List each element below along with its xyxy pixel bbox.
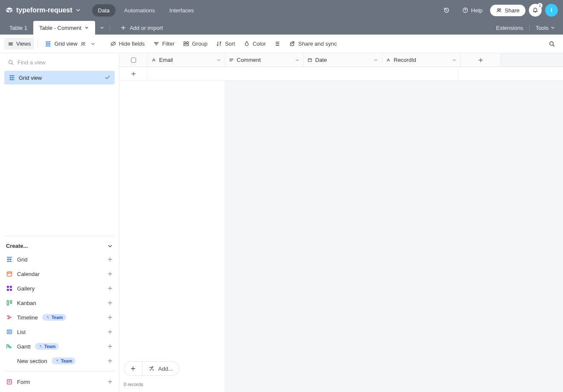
- create-item-label: Calendar: [17, 271, 40, 277]
- base-switcher[interactable]: typeform-request: [5, 6, 81, 15]
- sort-button[interactable]: Sort: [212, 38, 238, 49]
- nav-tab-interfaces[interactable]: Interfaces: [163, 4, 200, 17]
- create-kanban[interactable]: Kanban: [4, 297, 115, 309]
- text-a-icon: [151, 57, 157, 63]
- create-item-label: Timeline: [17, 314, 38, 321]
- column-header-comment[interactable]: Comment: [225, 53, 304, 67]
- table-tab-strip: Table 1 Table - Comment Add or import Ex…: [0, 20, 563, 35]
- table-tab-comment[interactable]: Table - Comment: [33, 21, 95, 35]
- column-header-email[interactable]: Email: [148, 53, 225, 67]
- create-new-section[interactable]: New sectionTeam: [4, 355, 115, 367]
- group-icon: [183, 41, 189, 47]
- tools-button[interactable]: Tools: [536, 25, 555, 31]
- notifications-button[interactable]: 1: [529, 4, 542, 17]
- nav-tab-data[interactable]: Data: [92, 4, 116, 17]
- hide-fields-button[interactable]: Hide fields: [107, 38, 148, 49]
- add-or-import-button[interactable]: Add or import: [116, 21, 167, 35]
- views-sidebar: Find a view Grid view Create... GridCale…: [0, 53, 119, 392]
- create-label: Create...: [6, 243, 28, 249]
- plus-icon: [107, 329, 113, 335]
- column-header-date[interactable]: Date: [304, 53, 382, 67]
- kanban-icon: [6, 299, 13, 306]
- color-button[interactable]: Color: [240, 38, 269, 49]
- gallery-icon: [6, 285, 13, 292]
- views-toggle[interactable]: Views: [4, 38, 34, 49]
- sparkle-icon: [38, 344, 43, 348]
- search-records-button[interactable]: [545, 38, 559, 50]
- grid-header: Email Comment Date RecordId: [119, 53, 563, 67]
- team-badge: Team: [35, 343, 59, 350]
- filter-button[interactable]: Filter: [150, 38, 178, 49]
- add-new-section-button[interactable]: [107, 358, 113, 364]
- current-view-name: Grid view: [54, 41, 77, 47]
- account-avatar[interactable]: I: [545, 4, 558, 17]
- create-grid[interactable]: Grid: [4, 253, 115, 265]
- plus-icon: [107, 379, 113, 385]
- wand-icon: [148, 366, 155, 372]
- create-gallery[interactable]: Gallery: [4, 282, 115, 294]
- bell-icon: [532, 7, 539, 14]
- add-gallery-button[interactable]: [107, 285, 113, 291]
- menu-icon: [8, 41, 14, 47]
- add-grid-button[interactable]: [107, 256, 113, 262]
- sparkle-icon: [46, 315, 50, 319]
- column-header-recordid[interactable]: RecordId: [382, 53, 461, 67]
- add-gantt-button[interactable]: [107, 343, 113, 349]
- create-view-toggle[interactable]: Create...: [4, 240, 115, 252]
- add-column-button[interactable]: [461, 53, 501, 67]
- chevron-down-icon[interactable]: [373, 58, 378, 63]
- create-form[interactable]: Form: [4, 376, 115, 388]
- add-record-inline[interactable]: [119, 67, 148, 80]
- plus-icon: [107, 271, 113, 277]
- select-all-header[interactable]: [119, 53, 148, 67]
- share-button[interactable]: Share: [490, 5, 525, 16]
- chevron-down-icon[interactable]: [99, 25, 104, 30]
- share-sync-button[interactable]: Share and sync: [286, 38, 340, 49]
- find-view-input[interactable]: Find a view: [4, 57, 115, 68]
- chevron-down-icon: [90, 41, 96, 46]
- check-icon: [104, 75, 110, 81]
- search-placeholder: Find a view: [17, 59, 46, 66]
- chevron-down-icon[interactable]: [295, 58, 300, 63]
- create-gantt[interactable]: GanttTeam: [4, 340, 115, 352]
- add-with-options-button[interactable]: Add...: [142, 361, 179, 376]
- history-button[interactable]: [439, 4, 454, 16]
- nav-tab-automations[interactable]: Automations: [118, 4, 161, 17]
- chevron-down-icon[interactable]: [452, 58, 457, 63]
- add-calendar-button[interactable]: [107, 271, 113, 277]
- grid-icon: [6, 256, 13, 263]
- filter-icon: [153, 41, 160, 47]
- list-icon: [6, 328, 13, 335]
- calendar-icon: [6, 270, 13, 277]
- group-label: Group: [192, 41, 207, 47]
- row-height-button[interactable]: [271, 38, 284, 49]
- view-item-grid[interactable]: Grid view: [4, 71, 115, 84]
- grid-icon: [45, 41, 52, 47]
- help-button[interactable]: Help: [458, 4, 487, 16]
- airtable-logo-icon: [5, 6, 14, 15]
- add-kanban-button[interactable]: [107, 300, 113, 306]
- select-all-checkbox[interactable]: [131, 58, 136, 63]
- create-item-label: Gallery: [17, 285, 35, 292]
- group-button[interactable]: Group: [180, 38, 211, 49]
- create-timeline[interactable]: TimelineTeam: [4, 311, 115, 323]
- add-timeline-button[interactable]: [107, 314, 113, 320]
- create-list[interactable]: List: [4, 326, 115, 338]
- view-switcher[interactable]: Grid view: [41, 38, 99, 50]
- chevron-down-icon[interactable]: [216, 58, 221, 63]
- extensions-button[interactable]: Extensions: [496, 25, 523, 31]
- add-form-button[interactable]: [107, 379, 113, 385]
- add-list-button[interactable]: [107, 329, 113, 335]
- row-height-icon: [274, 41, 281, 47]
- add-label: Add...: [158, 366, 173, 372]
- create-calendar[interactable]: Calendar: [4, 268, 115, 280]
- search-icon: [8, 59, 14, 66]
- plus-icon: [107, 300, 113, 306]
- table-tab-1[interactable]: Table 1: [3, 21, 33, 35]
- column-label: Email: [159, 57, 173, 63]
- create-item-label: Kanban: [17, 300, 36, 306]
- add-record-button[interactable]: [124, 361, 142, 376]
- form-label: Form: [17, 379, 30, 385]
- create-item-label: List: [17, 329, 26, 335]
- text-a-icon: [386, 57, 391, 63]
